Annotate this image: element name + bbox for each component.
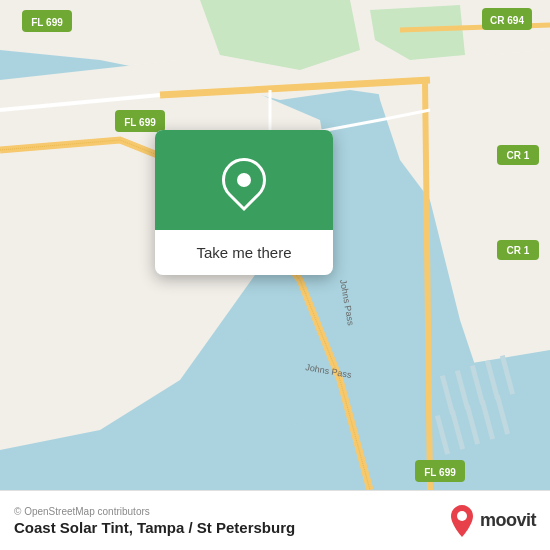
svg-text:FL 699: FL 699	[424, 467, 456, 478]
popup-map-area	[155, 130, 333, 230]
svg-text:CR 694: CR 694	[490, 15, 524, 26]
moovit-text: moovit	[480, 510, 536, 531]
svg-text:FL 699: FL 699	[31, 17, 63, 28]
location-pin-icon	[213, 149, 275, 211]
moovit-logo: moovit	[447, 503, 536, 539]
popup-card: Take me there	[155, 130, 333, 275]
svg-text:CR 1: CR 1	[507, 245, 530, 256]
map-container: FL 699 FL 699 FL 699 CR 694 CR 1 CR 1 Jo…	[0, 0, 550, 490]
moovit-pin-icon	[447, 503, 477, 539]
map-attribution: © OpenStreetMap contributors	[14, 506, 447, 517]
svg-point-26	[457, 511, 467, 521]
bottom-bar: © OpenStreetMap contributors Coast Solar…	[0, 490, 550, 550]
svg-text:FL 699: FL 699	[124, 117, 156, 128]
location-name: Coast Solar Tint, Tampa / St Petersburg	[14, 519, 447, 536]
take-me-there-button[interactable]: Take me there	[155, 230, 333, 275]
location-info: © OpenStreetMap contributors Coast Solar…	[14, 506, 447, 536]
take-me-there-label: Take me there	[196, 244, 291, 261]
svg-text:CR 1: CR 1	[507, 150, 530, 161]
